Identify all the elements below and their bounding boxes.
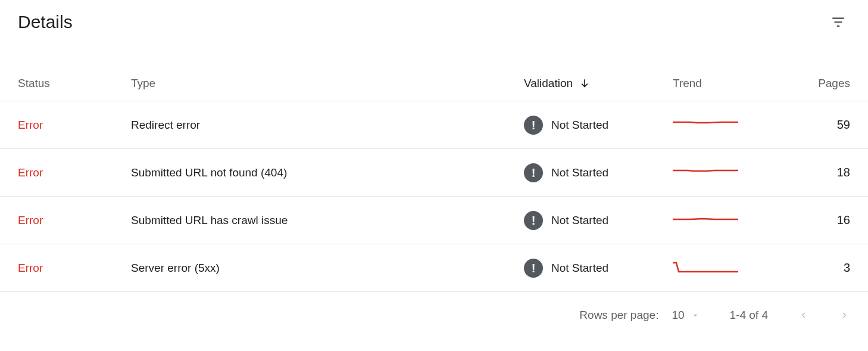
table-row[interactable]: Error Submitted URL not found (404) ! No… [0,149,868,197]
table-row[interactable]: Error Submitted URL has crawl issue ! No… [0,197,868,244]
cell-type: Redirect error [131,119,524,132]
rows-per-page-label: Rows per page: [579,309,658,322]
validation-text: Not Started [551,214,608,227]
issues-table: Status Type Validation Trend Pages Error… [0,66,868,292]
sparkline-icon [673,261,738,275]
rows-per-page: Rows per page: 10 [579,309,700,322]
col-type-label: Type [131,77,155,90]
cell-trend [673,213,804,228]
cell-status: Error [18,214,131,227]
col-trend[interactable]: Trend [673,77,804,90]
not-started-badge-icon: ! [524,211,543,230]
panel-title: Details [18,12,73,32]
sparkline-icon [673,118,738,132]
validation-text: Not Started [551,262,608,275]
dropdown-arrow-icon [691,310,700,320]
cell-pages: 16 [837,213,850,227]
col-pages-label: Pages [818,77,850,90]
col-pages[interactable]: Pages [818,77,850,90]
cell-type: Submitted URL has crawl issue [131,214,524,227]
sparkline-icon [673,213,738,228]
cell-status: Error [18,166,131,179]
cell-validation: ! Not Started [524,259,673,278]
rows-per-page-value: 10 [672,309,684,322]
col-status-label: Status [18,77,50,90]
filter-icon [830,14,846,30]
cell-validation: ! Not Started [524,116,673,135]
col-trend-label: Trend [673,77,702,90]
rows-per-page-select[interactable]: 10 [672,309,700,322]
cell-trend [673,118,804,132]
cell-pages: 3 [844,261,850,275]
chevron-left-icon [798,310,808,321]
cell-pages: 18 [837,166,850,179]
not-started-badge-icon: ! [524,163,543,182]
not-started-badge-icon: ! [524,116,543,135]
table-row[interactable]: Error Server error (5xx) ! Not Started 3 [0,244,868,292]
table-header: Status Type Validation Trend Pages [0,66,868,101]
table-pager: Rows per page: 10 1-4 of 4 [0,292,868,322]
validation-text: Not Started [551,166,608,179]
cell-pages: 59 [837,118,850,132]
cell-trend [673,166,804,180]
cell-trend [673,261,804,275]
cell-validation: ! Not Started [524,211,673,230]
details-panel: Details Status Type Validation [0,0,868,322]
page-range-label: 1-4 of 4 [730,309,768,322]
cell-validation: ! Not Started [524,163,673,182]
sort-arrow-down-icon [579,77,591,89]
table-row[interactable]: Error Redirect error ! Not Started 59 [0,101,868,149]
filter-button[interactable] [826,10,850,34]
prev-page-button[interactable] [798,310,808,321]
col-validation[interactable]: Validation [524,77,673,90]
cell-type: Server error (5xx) [131,262,524,275]
next-page-button[interactable] [839,310,850,321]
svg-rect-2 [837,25,839,27]
svg-rect-0 [832,17,844,19]
validation-text: Not Started [551,119,608,132]
cell-status: Error [18,262,131,275]
col-validation-label: Validation [524,77,573,90]
col-type[interactable]: Type [131,77,524,90]
col-status[interactable]: Status [18,77,131,90]
cell-type: Submitted URL not found (404) [131,166,524,179]
not-started-badge-icon: ! [524,259,543,278]
chevron-right-icon [839,310,850,321]
svg-rect-1 [835,21,842,23]
cell-status: Error [18,119,131,132]
pager-nav [798,310,850,321]
panel-header: Details [0,8,868,36]
sparkline-icon [673,166,738,180]
